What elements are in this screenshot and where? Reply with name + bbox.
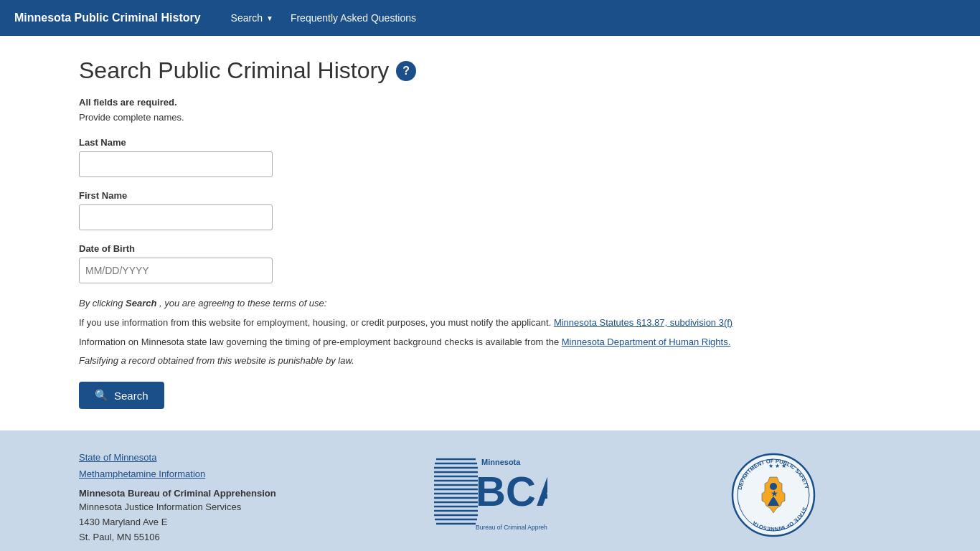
navbar: Minnesota Public Criminal History Search…: [0, 0, 980, 36]
footer-bca-logo-col: Minnesota BCA Bureau of Criminal Apprehe…: [362, 452, 617, 545]
terms-line3: Information on Minnesota state law gover…: [79, 335, 901, 350]
required-note: All fields are required.: [79, 97, 901, 108]
first-name-input[interactable]: [79, 204, 273, 230]
svg-text:★: ★: [771, 489, 778, 499]
chevron-down-icon: ▼: [266, 14, 273, 22]
terms-line4: Falsifying a record obtained from this w…: [79, 354, 901, 369]
search-icon: 🔍: [95, 389, 108, 402]
svg-point-26: [770, 483, 777, 490]
org-name: Minnesota Bureau of Criminal Apprehensio…: [79, 488, 334, 499]
first-name-label: First Name: [79, 190, 901, 201]
first-name-group: First Name: [79, 190, 901, 230]
page-heading: Search Public Criminal History ?: [79, 57, 901, 84]
human-rights-link[interactable]: Minnesota Department of Human Rights.: [562, 336, 731, 347]
svg-text:★  ★  ★: ★ ★ ★: [768, 463, 786, 469]
dob-input[interactable]: [79, 258, 273, 283]
svg-text:Bureau of Criminal Apprehensio: Bureau of Criminal Apprehension: [476, 524, 547, 531]
terms-line1: By clicking Search , you are agreeing to…: [79, 296, 901, 311]
terms-section: By clicking Search , you are agreeing to…: [79, 296, 901, 369]
search-button[interactable]: 🔍 Search: [79, 382, 164, 409]
terms-search-word: Search: [126, 298, 156, 309]
svg-text:Minnesota: Minnesota: [481, 458, 521, 466]
faq-nav-link[interactable]: Frequently Asked Questions: [282, 0, 425, 36]
search-nav-link[interactable]: Search ▼: [222, 0, 282, 36]
terms-line2: If you use information from this website…: [79, 316, 901, 331]
dob-group: Date of Birth: [79, 243, 901, 283]
footer-dps-seal-col: DEPARTMENT OF PUBLIC SAFETY STATE OF MIN…: [646, 452, 901, 538]
search-nav-dropdown[interactable]: Search ▼: [222, 0, 282, 36]
last-name-input[interactable]: [79, 151, 273, 177]
last-name-group: Last Name: [79, 137, 901, 177]
bca-logo-svg: Minnesota BCA Bureau of Criminal Apprehe…: [433, 452, 547, 545]
bca-logo: Minnesota BCA Bureau of Criminal Apprehe…: [433, 452, 547, 545]
dob-label: Date of Birth: [79, 243, 901, 254]
navbar-brand[interactable]: Minnesota Public Criminal History: [14, 11, 201, 24]
footer-left-col: State of Minnesota Methamphetamine Infor…: [79, 452, 334, 545]
last-name-label: Last Name: [79, 137, 901, 148]
footer: State of Minnesota Methamphetamine Infor…: [0, 430, 980, 551]
dps-seal-svg: DEPARTMENT OF PUBLIC SAFETY STATE OF MIN…: [730, 452, 816, 538]
statutes-link[interactable]: Minnesota Statutes §13.87, subdivision 3…: [554, 317, 732, 328]
state-of-mn-link[interactable]: State of Minnesota: [79, 452, 334, 463]
meth-info-link[interactable]: Methamphetamine Information: [79, 468, 334, 479]
help-icon[interactable]: ?: [396, 61, 416, 81]
footer-address: Minnesota Justice Information Services 1…: [79, 500, 334, 545]
svg-text:BCA: BCA: [476, 468, 547, 514]
main-content: Search Public Criminal History ? All fie…: [0, 36, 980, 430]
provide-note: Provide complete names.: [79, 112, 901, 123]
